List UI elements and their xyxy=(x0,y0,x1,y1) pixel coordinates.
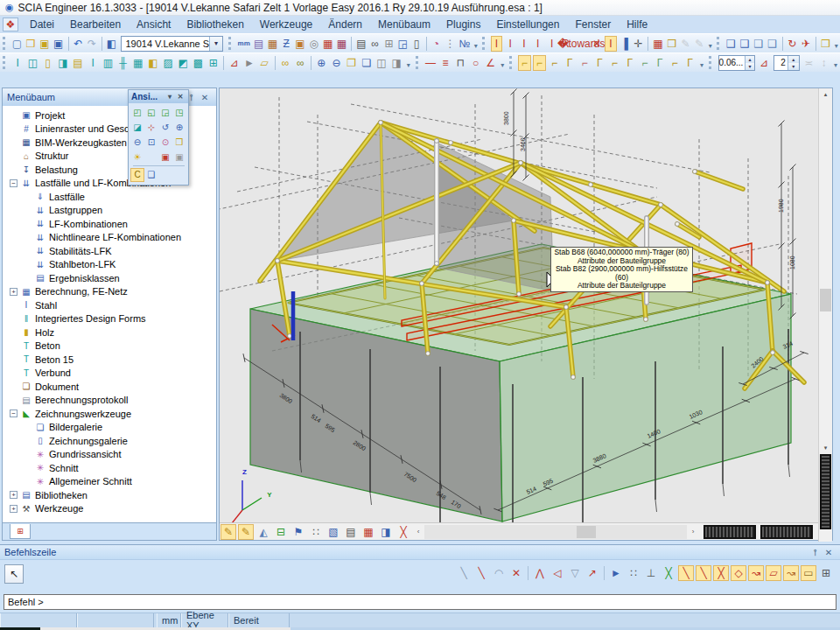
calculator-icon[interactable]: ⊞ xyxy=(383,36,396,52)
zoom-plus-icon[interactable]: ⊕ xyxy=(315,55,328,71)
window-tile-icon[interactable]: ❑ xyxy=(766,36,779,52)
menu-einstellungen[interactable]: Einstellungen xyxy=(488,17,567,32)
snapshot-icon[interactable]: ▣ xyxy=(158,150,172,164)
view-z-icon[interactable]: ◲ xyxy=(158,106,172,120)
zoom-window-icon[interactable]: ⊡ xyxy=(144,136,158,150)
flag-view-icon[interactable]: ⚑ xyxy=(290,524,306,540)
refresh-icon[interactable]: ↻ xyxy=(786,36,798,52)
edit-pencil-icon[interactable]: ✎ xyxy=(220,524,236,540)
project-window-icon[interactable]: ◧ xyxy=(106,36,118,52)
menu-datei[interactable]: Datei xyxy=(22,17,62,32)
zoom-in-icon[interactable]: ⊕ xyxy=(172,121,186,135)
block-tool-icon[interactable]: ⊞ xyxy=(206,55,220,71)
clip-box-icon[interactable]: ◪ xyxy=(130,121,144,135)
toolbar-grip[interactable] xyxy=(509,56,514,69)
spinner-up-icon[interactable]: ▴ xyxy=(746,56,753,63)
c-view-icon[interactable]: C xyxy=(130,168,144,182)
tree-item-bildergalerie[interactable]: ❏Bildergalerie xyxy=(3,421,216,435)
undo-icon[interactable]: ↶ xyxy=(72,36,84,52)
hatch-tool-icon[interactable]: ▨ xyxy=(162,55,175,71)
opening-tool-icon[interactable]: ▥ xyxy=(102,55,115,71)
angle-snap-icon[interactable]: ⊿ xyxy=(758,55,771,71)
tree-item-lf-kombinationen[interactable]: ⇊LF-Kombinationen xyxy=(3,217,216,231)
tree-item-allgemeiner-schnitt[interactable]: ✳Allgemeiner Schnitt xyxy=(3,475,216,489)
wheel-icon[interactable]: ◎ xyxy=(308,36,320,52)
tolerance-spinner[interactable]: 0.06...▴▾ xyxy=(718,55,755,71)
tree-item-berechnung-fe-netz[interactable]: +▦Berechnung, FE-Netz xyxy=(3,285,216,299)
layer-view-icon[interactable]: ▤ xyxy=(343,524,359,540)
menu-bearbeiten[interactable]: Bearbeiten xyxy=(62,17,129,32)
tree-item-beton[interactable]: TBeton xyxy=(3,340,216,354)
tree-item-berechnungsprotokoll[interactable]: ▤Berechnungsprotokoll xyxy=(3,394,216,408)
light-icon[interactable]: ☀ xyxy=(130,150,144,164)
snap-vector-icon[interactable]: ↗ xyxy=(584,565,600,581)
tree-item-grundrissansicht[interactable]: ✳Grundrissansicht xyxy=(3,448,216,462)
redo-icon[interactable]: ↷ xyxy=(86,36,98,52)
tree-item-lastgruppen[interactable]: ⇊Lastgruppen xyxy=(3,204,216,218)
tree-item-nichtlineare-lf-kombinationen[interactable]: ⇊Nichtlineare LF-Kombinationen xyxy=(3,231,216,245)
snap-polygon-icon[interactable]: ▽ xyxy=(567,565,583,581)
spinner-down-icon[interactable]: ▾ xyxy=(746,63,753,70)
frame-tool-icon[interactable]: ╫ xyxy=(116,55,130,71)
menu-men-baum[interactable]: Menübaum xyxy=(370,17,438,32)
dot-grid-icon[interactable]: ∷ xyxy=(626,565,641,581)
zoom-minus-icon[interactable]: ⊖ xyxy=(330,55,343,71)
angle-draw-icon[interactable]: ∠ xyxy=(484,55,497,71)
export-folder-icon[interactable]: ❒ xyxy=(820,36,832,52)
snap-arc-icon[interactable]: ◠ xyxy=(491,565,507,581)
window-cascade-icon[interactable]: ❑ xyxy=(752,36,765,52)
rotate-view-icon[interactable]: ↺ xyxy=(158,121,172,135)
tree-item-integriertes-design-forms[interactable]: ‖Integriertes Design Forms xyxy=(3,312,216,326)
snap-mode-curve-icon[interactable]: ↝ xyxy=(783,565,799,581)
member-node-icon[interactable]: Ι xyxy=(518,36,530,52)
corner-6-icon[interactable]: Γ xyxy=(593,55,606,71)
toolbar-grip[interactable] xyxy=(228,37,232,50)
plate-tool-icon[interactable]: ▯ xyxy=(41,55,54,71)
menu-fenster[interactable]: Fenster xyxy=(567,17,619,32)
scale-spinner[interactable]: 2▴▾ xyxy=(774,55,800,71)
vertical-scroll-thumb[interactable] xyxy=(820,289,831,312)
rotate-wheel-horizontal-1[interactable] xyxy=(704,525,756,539)
expand-icon[interactable]: + xyxy=(10,288,18,296)
member-single-icon[interactable]: Ι xyxy=(546,36,558,52)
snap-ruler-icon[interactable]: ▭ xyxy=(801,565,816,581)
snap-mode-ortho-icon[interactable]: ◇ xyxy=(731,565,746,581)
menu-hilfe[interactable]: Hilfe xyxy=(619,17,655,32)
units-icon[interactable]: mm xyxy=(237,36,251,52)
tree-item-zeichnungswerkzeuge[interactable]: −◣Zeichnungswerkzeuge xyxy=(3,407,216,421)
snap-toggle-icon[interactable]: ╳ xyxy=(661,565,676,581)
tree-item-werkzeuge[interactable]: +⚒Werkzeuge xyxy=(3,502,216,516)
open-icon[interactable]: ❒ xyxy=(24,36,37,52)
snap-cabinet-icon[interactable]: ⊞ xyxy=(818,565,834,581)
window-new-icon[interactable]: ❑ xyxy=(725,36,738,52)
spinner-down-icon[interactable]: ▾ xyxy=(788,63,799,70)
corner-5-icon[interactable]: ⌐ xyxy=(578,55,592,71)
toolbar-grip[interactable] xyxy=(416,56,420,69)
model-viewport[interactable]: 3800346019801080380051459528007500548170… xyxy=(219,88,833,541)
tree-item-verbund[interactable]: TVerbund xyxy=(3,367,216,381)
mesh-tool-icon[interactable]: ▩ xyxy=(192,55,205,71)
select-poly-icon[interactable]: ▱ xyxy=(257,55,270,71)
collapse-icon[interactable]: − xyxy=(10,410,18,417)
column-tool-icon[interactable]: Ι xyxy=(11,55,24,71)
menu-ndern[interactable]: Ändern xyxy=(320,17,370,32)
axo-view-icon[interactable]: ◭ xyxy=(256,524,271,540)
tree-item-schnitt[interactable]: ✳Schnitt xyxy=(3,461,216,475)
tree-item-dokument[interactable]: ❏Dokument xyxy=(3,380,216,394)
parallel-draw-icon[interactable]: ≡ xyxy=(439,55,452,71)
pen-67-icon[interactable]: ✎ xyxy=(693,36,705,52)
command-pin-icon[interactable]: ⊸ xyxy=(810,545,820,559)
member-undo-icon[interactable]: �towards xyxy=(573,36,589,52)
shade-view-icon[interactable]: ◨ xyxy=(378,524,394,540)
corner-tool-icon[interactable]: ◩ xyxy=(177,55,190,71)
section-view-icon[interactable]: ⊟ xyxy=(273,524,289,540)
link-icon[interactable]: ∞ xyxy=(278,55,291,71)
toolbar-overflow-icon[interactable]: ▾ xyxy=(498,55,507,71)
toolbar-overflow-icon[interactable]: ▾ xyxy=(472,36,480,52)
toolbar-grip[interactable] xyxy=(709,56,713,69)
expand-icon[interactable]: + xyxy=(10,491,18,499)
toolbar-overflow-icon[interactable]: ▾ xyxy=(706,36,714,52)
member-add-icon[interactable]: Ι xyxy=(504,36,516,52)
arc-draw-icon[interactable]: ⊓ xyxy=(454,55,467,71)
toolbar-overflow-icon[interactable]: ▾ xyxy=(832,36,840,52)
